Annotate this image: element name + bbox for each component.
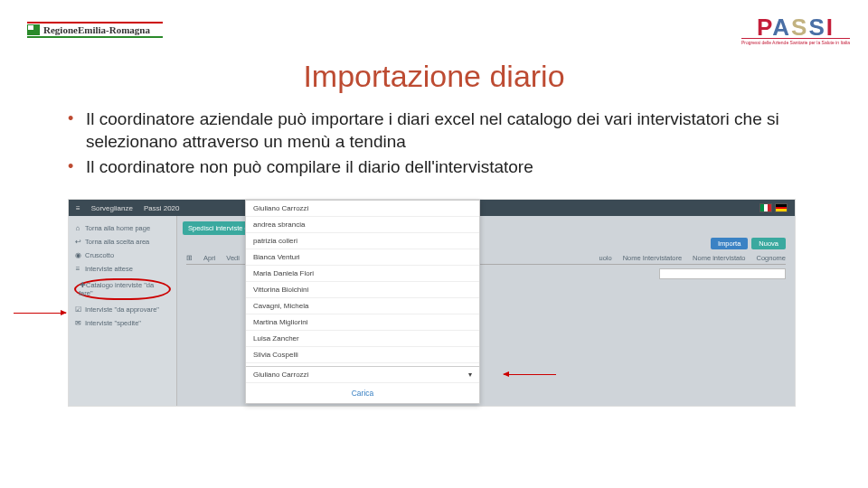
- dropdown-option[interactable]: Martina Migliorini: [246, 314, 479, 331]
- embedded-screenshot: ≡ Sorveglianze Passi 2020 ⌂Torna alla ho…: [68, 199, 796, 407]
- nuova-button[interactable]: Nuova: [751, 238, 786, 249]
- col-ruolo: uolo: [599, 254, 611, 262]
- chevron-down-icon: ▾: [468, 371, 472, 379]
- bullet-item: Il coordinatore non può compilare il dia…: [68, 156, 809, 179]
- logo-rer-text: RegioneEmilia-Romagna: [43, 24, 150, 35]
- app-sub: Passi 2020: [144, 204, 180, 212]
- sidebar-item-approvare[interactable]: ☑Interviste "da approvare": [72, 303, 173, 316]
- plus-icon: ✚: [79, 282, 86, 289]
- dropdown-option[interactable]: Silvia Cospelli: [246, 347, 479, 363]
- language-flags: [760, 203, 788, 212]
- sidebar-item-dashboard[interactable]: ◉Cruscotto: [72, 249, 173, 262]
- dropdown-option[interactable]: Luisa Zancher: [246, 331, 479, 347]
- sidebar-item-back[interactable]: ↩Torna alla scelta area: [72, 235, 173, 249]
- dropdown-option[interactable]: andrea sbrancia: [246, 217, 479, 233]
- sidebar-item-label: Interviste "spedite": [85, 319, 141, 327]
- sidebar-item-label: Interviste "da approvare": [85, 305, 159, 314]
- dropdown-selected-label: Giuliano Carrozzi: [253, 371, 308, 379]
- col-apri[interactable]: Apri: [203, 254, 215, 262]
- bullet-list: Il coordinatore aziendale può importare …: [68, 108, 809, 183]
- logo-passi-sub: Progressi delle Aziende Sanitarie per la…: [741, 38, 850, 45]
- app-sidebar: ⌂Torna alla home page ↩Torna alla scelta…: [69, 216, 177, 406]
- dropdown-option[interactable]: Bianca Venturi: [246, 249, 479, 266]
- sidebar-item-catalogo[interactable]: ✚Catalogo interviste "da fare": [72, 276, 173, 303]
- mail-icon: ✉: [74, 320, 81, 327]
- carica-button[interactable]: Carica: [246, 383, 479, 403]
- col-vedi[interactable]: Vedi: [226, 254, 240, 262]
- dropdown-option[interactable]: Giuliano Carrozzi: [246, 201, 479, 217]
- sidebar-item-label: Torna alla home page: [85, 224, 150, 232]
- sidebar-item-label: Interviste attese: [85, 265, 133, 273]
- dropdown-selected[interactable]: Giuliano Carrozzi▾: [246, 366, 479, 383]
- col-cognome: Cognome: [756, 254, 786, 262]
- dropdown-option[interactable]: patrizia colleri: [246, 233, 479, 249]
- list-icon: ≡: [74, 266, 81, 273]
- logo-passi: PASSI Progressi delle Aziende Sanitarie …: [741, 14, 850, 45]
- slide-title: Importazione diario: [0, 59, 868, 94]
- annotation-arrow-dropdown: [504, 374, 556, 375]
- app-brand: Sorveglianze: [91, 204, 133, 212]
- flag-italy-icon[interactable]: [760, 203, 772, 212]
- back-icon: ↩: [74, 239, 81, 246]
- logo-regione-emilia-romagna: RegioneEmilia-Romagna: [27, 22, 163, 38]
- dropdown-option[interactable]: Vittorina Biolchini: [246, 282, 479, 298]
- col-icon: ⊞: [186, 254, 193, 262]
- flag-germany-icon[interactable]: [775, 203, 788, 212]
- logo-passi-text: PASSI: [741, 14, 850, 42]
- menu-icon[interactable]: ≡: [76, 204, 80, 212]
- check-icon: ☑: [74, 306, 81, 314]
- sidebar-item-label: Torna alla scelta area: [85, 238, 149, 246]
- annotation-arrow-sidebar: [14, 313, 66, 314]
- sidebar-item-attese[interactable]: ≡Interviste attese: [72, 262, 173, 276]
- sidebar-item-label: Catalogo interviste "da fare": [79, 281, 154, 297]
- bullet-item: Il coordinatore aziendale può importare …: [68, 108, 809, 153]
- col-nome-intervistatore: Nome Intervistatore: [623, 254, 682, 262]
- interviewer-dropdown: Giuliano Carrozzi andrea sbrancia patriz…: [245, 200, 480, 404]
- dashboard-icon: ◉: [74, 252, 81, 259]
- highlight-oval: ✚Catalogo interviste "da fare": [74, 278, 171, 300]
- col-nome-intervistato: Nome intervistato: [693, 254, 745, 262]
- row-select-field[interactable]: [659, 268, 786, 279]
- dropdown-option[interactable]: Cavagni, Michela: [246, 298, 479, 314]
- home-icon: ⌂: [74, 225, 81, 232]
- sidebar-item-label: Cruscotto: [85, 251, 114, 259]
- dropdown-option[interactable]: Maria Daniela Flori: [246, 266, 479, 282]
- sidebar-item-home[interactable]: ⌂Torna alla home page: [72, 221, 173, 235]
- sidebar-item-spedite[interactable]: ✉Interviste "spedite": [72, 316, 173, 330]
- importa-button[interactable]: Importa: [711, 238, 748, 249]
